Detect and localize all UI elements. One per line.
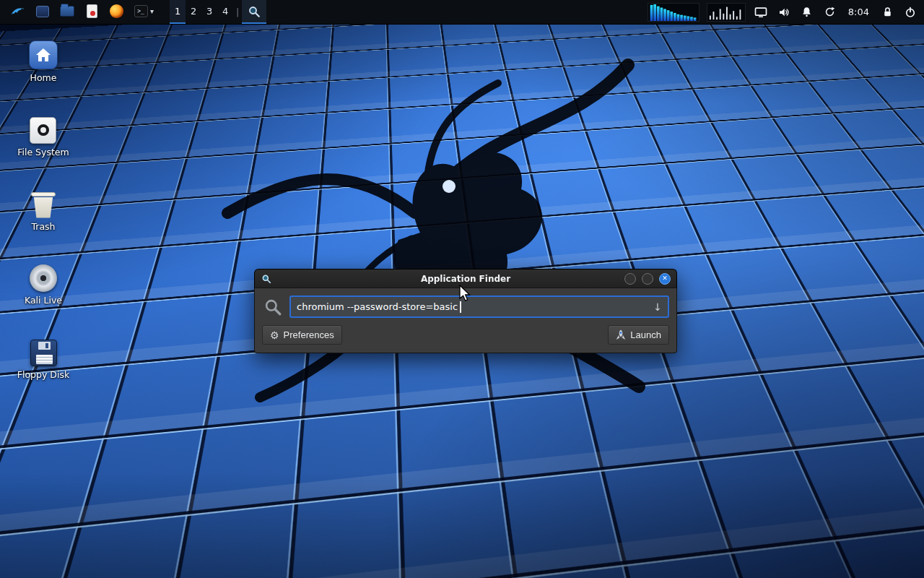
logout-icon[interactable] [902, 4, 918, 20]
window-icon [35, 4, 51, 20]
mouse-cursor [458, 285, 472, 305]
preferences-button[interactable]: ⚙ Preferences [262, 325, 342, 345]
launcher-window[interactable] [30, 0, 55, 24]
desktop-icon-label: Home [30, 73, 57, 83]
launch-button[interactable]: Launch [608, 325, 669, 345]
desktop-icon-home[interactable]: Home [29, 38, 58, 83]
volume-icon[interactable] [776, 4, 792, 20]
chevron-down-icon[interactable]: ▾ [150, 7, 154, 15]
lock-icon[interactable] [879, 4, 895, 20]
panel-separator: | [233, 0, 242, 24]
search-icon [246, 4, 262, 20]
gear-icon: ⚙ [270, 330, 279, 340]
top-panel: >_ ▾ 1 2 3 4 | [0, 0, 924, 25]
terminal-icon: >_ [133, 4, 149, 20]
search-icon [262, 296, 284, 318]
floppy-icon [30, 340, 57, 366]
launch-button-label: Launch [630, 329, 661, 340]
clock[interactable]: 8:04 [845, 7, 872, 17]
app-finder-task-button[interactable] [242, 0, 266, 24]
window-search-icon [261, 273, 272, 285]
spectrum-graph[interactable] [648, 3, 699, 22]
kali-logo-icon [10, 4, 26, 20]
search-input[interactable]: chromium --password-store=basic ↓ [289, 296, 669, 318]
launcher-terminal[interactable]: >_ ▾ [128, 0, 158, 24]
notifications-bell-icon[interactable] [799, 4, 815, 20]
launcher-file-manager[interactable] [55, 0, 79, 24]
desktop-icon-file-system[interactable]: File System [17, 112, 69, 158]
preferences-button-label: Preferences [284, 329, 334, 340]
desktop-icon-floppy-disk[interactable]: Floppy Disk [17, 335, 69, 380]
firefox-icon [108, 4, 124, 20]
panel-left-group: >_ ▾ 1 2 3 4 | [6, 0, 266, 24]
file-system-icon [30, 117, 56, 144]
desktop-icon-label: Trash [31, 222, 55, 232]
launch-icon [616, 329, 626, 341]
display-icon[interactable] [753, 4, 769, 20]
update-icon[interactable] [822, 4, 838, 20]
minimize-button[interactable] [624, 273, 636, 285]
panel-right-group: 8:04 [648, 0, 918, 24]
kali-dragon-silhouette [195, 43, 657, 448]
trash-icon [32, 192, 54, 218]
button-row: ⚙ Preferences Launch [262, 325, 669, 345]
file-manager-icon [59, 4, 75, 20]
launcher-firefox[interactable] [104, 0, 128, 24]
workspace-3[interactable]: 3 [201, 0, 217, 24]
maximize-button[interactable] [642, 273, 653, 285]
launcher-text-editor[interactable] [79, 0, 104, 24]
desktop-icon-kali-live[interactable]: Kali Live [25, 260, 62, 306]
close-button[interactable]: ✕ [659, 273, 671, 285]
search-input-value: chromium --password-store=basic [297, 301, 458, 312]
text-editor-icon [84, 4, 100, 20]
home-icon [29, 40, 58, 69]
disc-icon [30, 264, 57, 292]
desktop-icon-label: Kali Live [25, 296, 62, 306]
history-down-arrow-icon[interactable]: ↓ [653, 301, 662, 313]
cpu-graph[interactable] [707, 3, 746, 22]
window-title: Application Finder [255, 274, 676, 284]
workspace-4[interactable]: 4 [217, 0, 233, 24]
desktop-icon-label: File System [17, 147, 69, 158]
desktop-icon-list: Home File System Trash Kali Live Floppy … [9, 38, 78, 380]
desktop-icon-label: Floppy Disk [17, 370, 69, 380]
application-finder-window: Application Finder ✕ chromium --password… [254, 269, 677, 353]
window-controls: ✕ [624, 273, 671, 285]
workspace-1[interactable]: 1 [170, 0, 186, 24]
workspace-2[interactable]: 2 [186, 0, 201, 24]
desktop-icon-trash[interactable]: Trash [31, 186, 55, 232]
kali-menu-button[interactable] [6, 0, 30, 24]
